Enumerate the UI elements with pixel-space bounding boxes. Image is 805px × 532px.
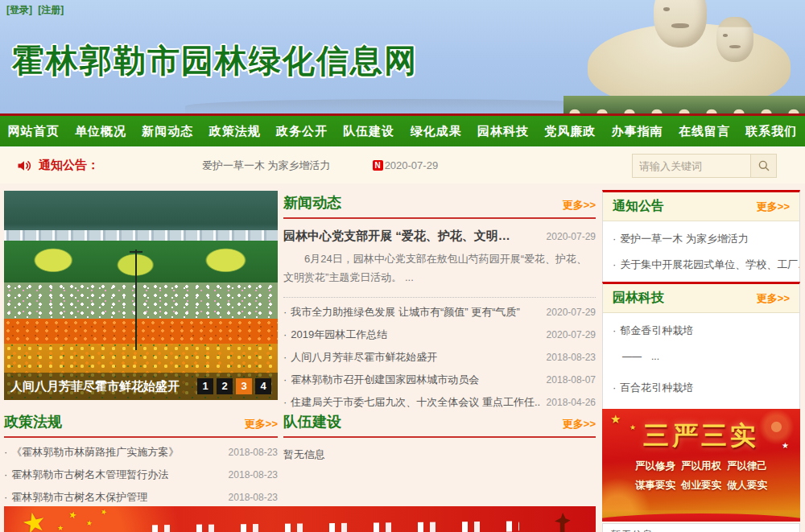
notice-date: 2020-07-29: [385, 159, 439, 171]
auth-links: [登录] [注册]: [6, 3, 67, 17]
slider-photo-sprinkler: [135, 250, 137, 350]
news-item-date: 2018-08-07: [547, 374, 596, 386]
news-item-date: 2020-07-29: [547, 307, 596, 318]
bottom-empty-text: 暂无信息: [611, 528, 791, 532]
nav-item-contact[interactable]: 联系我们: [745, 124, 797, 139]
policy-list-item[interactable]: 霍林郭勒市古树名木保护管理 2018-08-23: [4, 486, 278, 509]
notice-label: 通知公告：: [39, 158, 99, 173]
featured-news-title[interactable]: 园林中心党支部开展 “爱花、护花、文明…: [283, 229, 510, 244]
team-section-title: 队伍建设: [283, 412, 341, 431]
speaker-icon: [16, 158, 32, 174]
news-list-item[interactable]: 霍林郭勒市召开创建国家园林城市动员会 2018-08-07: [283, 369, 596, 391]
star-icon: ★: [67, 509, 78, 522]
notice-bar: 通知公告： 爱护一草一木 为家乡增活力 N 2020-07-29: [0, 146, 805, 184]
star-icon: ★: [19, 506, 49, 532]
nav-item-message-board[interactable]: 在线留言: [679, 124, 730, 139]
news-item-text[interactable]: 2019年园林工作总结: [283, 328, 387, 342]
garden-tech-more-link[interactable]: 更多>>: [757, 291, 790, 306]
slider-caption[interactable]: 人间八月芳菲尽霍市鲜花始盛开: [10, 379, 197, 394]
star-icon: ★: [610, 412, 621, 427]
policy-list-item[interactable]: 《霍林郭勒市林荫路推广实施方案》 2018-08-23: [4, 441, 278, 464]
tech-list-item[interactable]: 百合花引种栽培: [603, 375, 799, 401]
slider-photo-trees: [4, 241, 278, 287]
statue-hill-base: [564, 96, 805, 113]
news-item-date: 2018-08-23: [547, 352, 596, 363]
photo-slider[interactable]: 人间八月芳菲尽霍市鲜花始盛开 1 2 3 4: [4, 191, 278, 400]
news-list: 我市全力助推绿色发展 让城市有“颜值” 更有“气质” 2020-07-29 20…: [283, 301, 596, 414]
nav-item-gov-affairs[interactable]: 政务公开: [276, 124, 328, 139]
team-more-link[interactable]: 更多>>: [563, 417, 596, 431]
nav-item-about[interactable]: 单位概况: [75, 124, 126, 139]
nav-item-home[interactable]: 网站首页: [8, 124, 60, 139]
notices-box-title: 通知公告: [613, 198, 664, 215]
nav-item-garden-tech[interactable]: 园林科技: [477, 124, 529, 139]
policy-item-text[interactable]: 《霍林郭勒市林荫路推广实施方案》: [4, 445, 179, 460]
featured-news-summary: 6月24日，园林中心党支部在敖包山芍药园开展“爱花、护花、文明赏花”主题党日活动…: [283, 250, 596, 298]
garden-tech-box-header: 园林科技 更多>>: [603, 284, 799, 313]
garden-tech-list: 百合花引种栽培: [603, 370, 799, 406]
notices-more-link[interactable]: 更多>>: [757, 200, 790, 214]
register-link[interactable]: [注册]: [38, 4, 64, 15]
featured-news-row: 园林中心党支部开展 “爱花、护花、文明… 2020-07-29: [283, 229, 596, 244]
policy-more-link[interactable]: 更多>>: [245, 417, 278, 431]
promo-banner-line2: 谋事要实 创业要实 做人要实: [602, 479, 800, 493]
nav-item-team[interactable]: 队伍建设: [343, 124, 394, 139]
search-button[interactable]: [751, 154, 777, 178]
slider-page-4[interactable]: 4: [255, 378, 271, 394]
notice-list-item[interactable]: 爱护一草一木 为家乡增活力: [603, 226, 799, 252]
genghis-khan-statues-image: [564, 0, 805, 113]
notice-headline-link[interactable]: 爱护一草一木 为家乡增活力: [202, 159, 331, 173]
policy-item-date: 2018-08-23: [229, 492, 278, 503]
tech-item-meta[interactable]: —— ...: [603, 348, 799, 370]
star-icon: ★: [57, 524, 64, 532]
policy-item-text[interactable]: 霍林郭勒市古树名木保护管理: [4, 490, 147, 505]
notices-box: 通知公告 更多>> 爱护一草一木 为家乡增活力 关于集中开展花园式单位、学校、工…: [602, 190, 800, 283]
main-nav: 网站首页 单位概况 新闻动态 政策法规 政务公开 队伍建设 绿化成果 园林科技 …: [0, 113, 805, 146]
page: [登录] [注册] 霍林郭勒市园林绿化信息网 网站首页 单位概况 新闻动态 政策…: [0, 0, 805, 532]
tech-list-item[interactable]: 郁金香引种栽培: [603, 318, 799, 344]
policy-item-text[interactable]: 霍林郭勒市古树名木管理暂行办法: [4, 468, 168, 482]
notices-list: 爱护一草一木 为家乡增活力 关于集中开展花园式单位、学校、工厂...: [603, 221, 799, 282]
news-list-item[interactable]: 人间八月芳菲尽霍市鲜花始盛开 2018-08-23: [283, 346, 596, 369]
nav-item-news[interactable]: 新闻动态: [142, 124, 193, 139]
slider-caption-bar: 人间八月芳菲尽霍市鲜花始盛开 1 2 3 4: [4, 373, 278, 400]
news-item-text[interactable]: 住建局关于市委七届九次、十次全体会议 重点工作任...: [283, 395, 540, 410]
bottom-red-banner[interactable]: ★ ★ ★ ★ ★: [4, 506, 596, 532]
site-title: 霍林郭勒市园林绿化信息网: [12, 39, 418, 83]
team-section-header: 队伍建设 更多>>: [283, 412, 596, 438]
nav-item-greening-results[interactable]: 绿化成果: [411, 124, 462, 139]
promo-banner-ribbon: [602, 513, 800, 522]
news-item-text[interactable]: 霍林郭勒市召开创建国家园林城市动员会: [283, 373, 479, 387]
slider-page-3-active[interactable]: 3: [236, 378, 252, 394]
banner-calligraphy-strokes: [141, 522, 519, 532]
news-more-link[interactable]: 更多>>: [563, 198, 596, 212]
news-list-item[interactable]: 2019年园林工作总结 2020-07-29: [283, 324, 596, 346]
news-item-date: 2020-07-29: [547, 329, 596, 340]
policy-list: 《霍林郭勒市林荫路推广实施方案》 2018-08-23 霍林郭勒市古树名木管理暂…: [4, 441, 278, 509]
news-item-date: 2018-04-26: [547, 397, 596, 408]
news-list-item[interactable]: 我市全力助推绿色发展 让城市有“颜值” 更有“气质” 2020-07-29: [283, 301, 596, 324]
slider-photo-hills: [4, 191, 278, 233]
nav-item-party-conduct[interactable]: 党风廉政: [544, 124, 596, 139]
slider-page-2[interactable]: 2: [217, 378, 233, 394]
news-item-text[interactable]: 人间八月芳菲尽霍市鲜花始盛开: [283, 350, 437, 365]
login-link[interactable]: [登录]: [6, 4, 32, 15]
site-header: [登录] [注册] 霍林郭勒市园林绿化信息网: [0, 0, 805, 113]
new-badge-icon: N: [373, 160, 383, 171]
promo-banner-three-stricts[interactable]: ★ ★ ★ 三严三实 严以修身 严以用权 严以律己 谋事要实 创业要实 做人要实: [602, 409, 800, 522]
garden-tech-box-title: 园林科技: [613, 290, 664, 307]
nav-item-policy[interactable]: 政策法规: [209, 124, 261, 139]
slider-page-1[interactable]: 1: [197, 378, 213, 394]
policy-list-item[interactable]: 霍林郭勒市古树名木管理暂行办法 2018-08-23: [4, 464, 278, 486]
news-list-item[interactable]: 住建局关于市委七届九次、十次全体会议 重点工作任... 2018-04-26: [283, 391, 596, 414]
garden-tech-list: 郁金香引种栽培: [603, 313, 799, 348]
news-item-text[interactable]: 我市全力助推绿色发展 让城市有“颜值” 更有“气质”: [283, 305, 520, 320]
notice-list-item[interactable]: 关于集中开展花园式单位、学校、工厂...: [603, 252, 799, 278]
bottom-empty-box: 暂无信息: [602, 523, 800, 532]
policy-item-date: 2018-08-23: [229, 469, 278, 480]
notices-box-header: 通知公告 更多>>: [603, 192, 799, 221]
search-input[interactable]: [632, 154, 751, 178]
star-icon: ★: [630, 423, 636, 431]
nav-item-service-guide[interactable]: 办事指南: [612, 124, 663, 139]
star-icon: ★: [85, 518, 93, 527]
